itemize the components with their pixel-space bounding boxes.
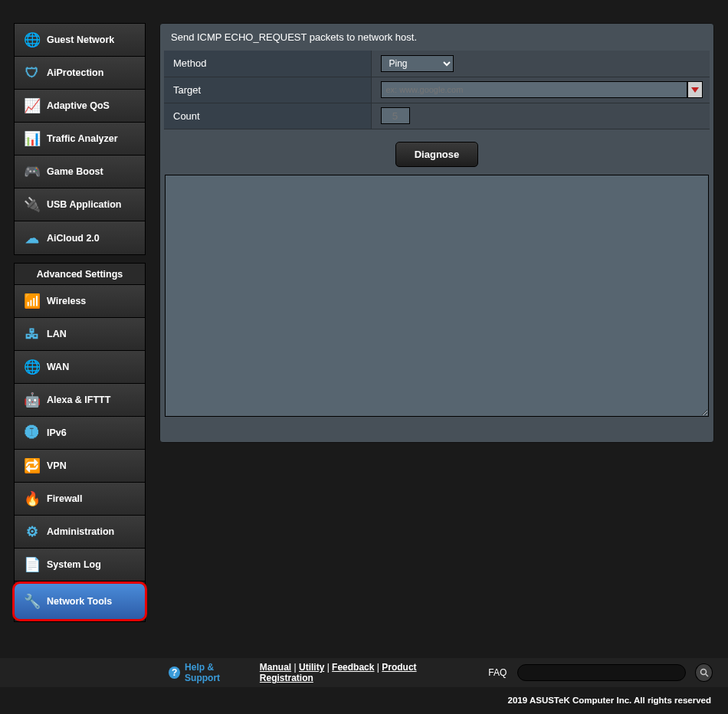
diagnose-button[interactable]: Diagnose: [395, 142, 479, 167]
ipv6-icon: 🅘: [22, 425, 42, 441]
sidebar-item-vpn[interactable]: 🔁VPN: [15, 450, 145, 483]
sidebar-item-label: Firewall: [47, 493, 83, 504]
sidebar-item-label: AiCloud 2.0: [47, 233, 100, 244]
footer-link-feedback[interactable]: Feedback: [332, 662, 374, 673]
sidebar-item-lan[interactable]: 🖧LAN: [15, 318, 145, 351]
sidebar-advanced-header: Advanced Settings: [15, 264, 145, 285]
sidebar-item-label: LAN: [47, 329, 67, 339]
sidebar-item-ipv6[interactable]: 🅘IPv6: [15, 417, 145, 450]
main-panel: Send ICMP ECHO_REQUEST packets to networ…: [159, 23, 714, 443]
sidebar-item-system-log[interactable]: 📄System Log: [15, 549, 145, 581]
sidebar-item-adaptive-qos[interactable]: 📈Adaptive QoS: [15, 90, 145, 123]
adaptive-qos-icon: 📈: [22, 97, 42, 114]
vpn-icon: 🔁: [22, 457, 42, 474]
count-label: Count: [164, 103, 371, 129]
search-icon: [700, 668, 709, 677]
sidebar-item-administration[interactable]: ⚙Administration: [15, 516, 145, 549]
sidebar-item-label: WAN: [47, 362, 69, 372]
sidebar-item-label: USB Application: [47, 199, 121, 210]
help-support-link[interactable]: Help & Support: [185, 662, 248, 683]
game-boost-icon: 🎮: [22, 163, 42, 180]
svg-point-0: [700, 670, 706, 675]
target-input[interactable]: [381, 81, 687, 98]
aicloud-icon: ☁: [22, 230, 42, 247]
search-input[interactable]: [517, 664, 686, 681]
guest-network-icon: 🌐: [22, 31, 42, 48]
traffic-analyzer-icon: 📊: [22, 130, 42, 147]
sidebar-item-label: VPN: [47, 460, 67, 471]
sidebar-item-label: Guest Network: [47, 34, 114, 45]
search-button[interactable]: [695, 663, 713, 682]
count-input[interactable]: [381, 107, 410, 124]
sidebar-item-label: AiProtection: [47, 67, 103, 78]
lan-icon: 🖧: [22, 326, 42, 342]
help-icon: ?: [169, 667, 180, 679]
usb-application-icon: 🔌: [22, 196, 42, 213]
sidebar-item-label: Adaptive QoS: [47, 100, 110, 111]
sidebar-item-label: Network Tools: [47, 596, 112, 607]
sidebar-item-label: IPv6: [47, 427, 67, 438]
sidebar-item-network-tools[interactable]: 🔧Network Tools: [12, 581, 147, 621]
sidebar-item-label: Wireless: [47, 296, 86, 306]
target-dropdown-button[interactable]: [687, 81, 703, 98]
method-label: Method: [164, 51, 371, 77]
result-output[interactable]: [165, 175, 709, 417]
firewall-icon: 🔥: [22, 490, 42, 507]
sidebar-item-guest-network[interactable]: 🌐Guest Network: [15, 24, 145, 57]
sidebar-item-aicloud[interactable]: ☁AiCloud 2.0: [15, 221, 145, 254]
sidebar-item-wan[interactable]: 🌐WAN: [15, 351, 145, 384]
administration-icon: ⚙: [22, 523, 42, 540]
sidebar: 🌐Guest Network🛡AiProtection📈Adaptive QoS…: [14, 23, 146, 636]
aiprotection-icon: 🛡: [22, 65, 42, 81]
method-select[interactable]: Ping: [381, 55, 454, 72]
system-log-icon: 📄: [22, 556, 42, 573]
sidebar-item-traffic-analyzer[interactable]: 📊Traffic Analyzer: [15, 123, 145, 156]
form-table: Method Ping Target: [164, 51, 710, 129]
sidebar-item-firewall[interactable]: 🔥Firewall: [15, 483, 145, 516]
copyright: 2019 ASUSTeK Computer Inc. All rights re…: [508, 696, 711, 705]
sidebar-item-alexa-ifttt[interactable]: 🤖Alexa & IFTTT: [15, 384, 145, 417]
sidebar-item-game-boost[interactable]: 🎮Game Boost: [15, 156, 145, 188]
sidebar-general-group: 🌐Guest Network🛡AiProtection📈Adaptive QoS…: [14, 23, 146, 255]
svg-line-1: [706, 674, 708, 676]
sidebar-item-wireless[interactable]: 📶Wireless: [15, 285, 145, 318]
footer: ? Help & Support Manual | Utility | Feed…: [0, 658, 728, 687]
sidebar-advanced-group: Advanced Settings 📶Wireless🖧LAN🌐WAN🤖Alex…: [14, 263, 146, 622]
footer-link-utility[interactable]: Utility: [299, 662, 324, 673]
sidebar-item-label: System Log: [47, 559, 101, 570]
sidebar-item-usb-application[interactable]: 🔌USB Application: [15, 188, 145, 221]
footer-link-manual[interactable]: Manual: [260, 662, 291, 673]
alexa-ifttt-icon: 🤖: [22, 391, 42, 408]
wireless-icon: 📶: [22, 293, 42, 310]
wan-icon: 🌐: [22, 359, 42, 375]
faq-label: FAQ: [488, 667, 507, 678]
chevron-down-icon: [691, 87, 699, 93]
panel-description: Send ICMP ECHO_REQUEST packets to networ…: [160, 24, 713, 51]
target-label: Target: [164, 77, 371, 103]
sidebar-item-label: Alexa & IFTTT: [47, 395, 110, 405]
network-tools-icon: 🔧: [22, 593, 42, 610]
sidebar-item-label: Administration: [47, 526, 114, 537]
sidebar-item-label: Game Boost: [47, 166, 103, 177]
sidebar-item-aiprotection[interactable]: 🛡AiProtection: [15, 57, 145, 90]
sidebar-item-label: Traffic Analyzer: [47, 133, 118, 144]
